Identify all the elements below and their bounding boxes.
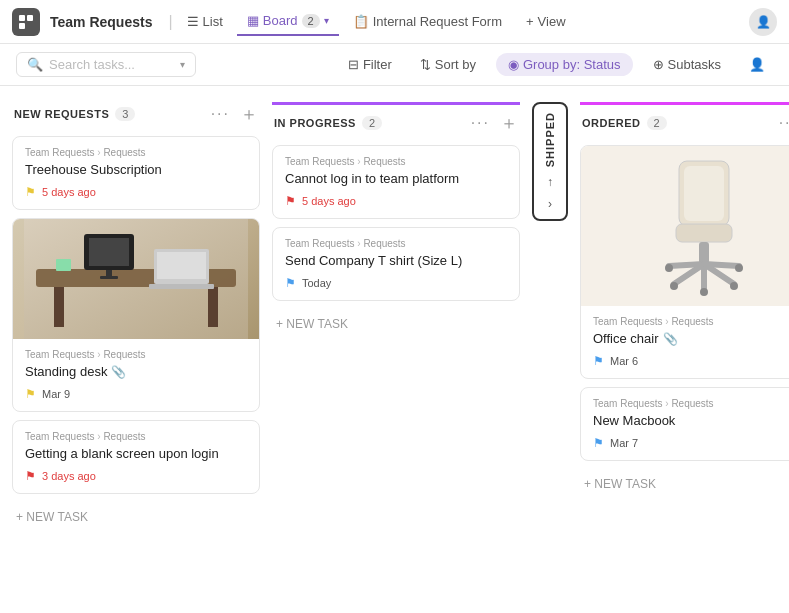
- col-count-ordered: 2: [647, 116, 667, 130]
- svg-rect-8: [89, 238, 129, 266]
- card-title-blank-screen: Getting a blank screen upon login: [25, 446, 247, 461]
- plus-icon: +: [526, 14, 534, 29]
- shipped-arrow-right[interactable]: ›: [548, 197, 552, 211]
- more-icon: 👤: [749, 57, 765, 72]
- card-breadcrumb: Team Requests › Requests: [25, 147, 247, 158]
- card-footer-blank-screen: ⚑ 3 days ago: [25, 469, 247, 483]
- svg-rect-13: [149, 284, 214, 289]
- board-dropdown[interactable]: ▾: [324, 15, 329, 26]
- column-ordered: ORDERED 2 ··· ＋: [580, 102, 789, 597]
- card-date-tshirt: Today: [302, 277, 331, 289]
- search-icon: 🔍: [27, 57, 43, 72]
- clip-icon: 📎: [111, 365, 126, 379]
- col-add-new-requests[interactable]: ＋: [240, 102, 258, 126]
- card-title-office-chair: Office chair 📎: [593, 331, 789, 346]
- column-header-ordered: ORDERED 2 ··· ＋: [580, 102, 789, 135]
- svg-rect-16: [684, 166, 724, 221]
- new-task-in-progress[interactable]: + NEW TASK: [272, 309, 520, 339]
- sort-button[interactable]: ⇅ Sort by: [412, 53, 484, 76]
- card-cannot-login[interactable]: Team Requests › Requests Cannot log in t…: [272, 145, 520, 219]
- shipped-column: SHIPPED ↑ ›: [532, 102, 568, 221]
- svg-rect-18: [699, 242, 709, 264]
- tab-list[interactable]: ☰ List: [177, 8, 233, 35]
- flag-icon: ⚑: [25, 387, 36, 401]
- svg-rect-12: [157, 252, 206, 279]
- new-task-ordered[interactable]: + NEW TASK: [580, 469, 789, 499]
- card-title-new-macbook: New Macbook: [593, 413, 789, 428]
- search-chevron[interactable]: ▾: [180, 59, 185, 70]
- search-box[interactable]: 🔍 Search tasks... ▾: [16, 52, 196, 77]
- flag-icon: ⚑: [593, 436, 604, 450]
- card-title-tshirt: Send Company T shirt (Size L): [285, 253, 507, 268]
- svg-rect-5: [54, 287, 64, 327]
- svg-point-24: [670, 282, 678, 290]
- clip-icon: 📎: [663, 332, 678, 346]
- svg-line-22: [669, 264, 704, 266]
- svg-rect-14: [56, 259, 71, 271]
- group-icon: ◉: [508, 57, 519, 72]
- card-office-chair[interactable]: Team Requests › Requests Office chair 📎 …: [580, 145, 789, 379]
- svg-line-23: [704, 264, 739, 266]
- card-footer-standing-desk: ⚑ Mar 9: [25, 387, 247, 401]
- svg-point-26: [700, 288, 708, 296]
- card-breadcrumb: Team Requests › Requests: [593, 398, 789, 409]
- group-button[interactable]: ◉ Group by: Status: [496, 53, 633, 76]
- subtasks-icon: ⊕: [653, 57, 664, 72]
- col-options-in-progress[interactable]: ···: [471, 114, 490, 132]
- app-logo: [12, 8, 40, 36]
- filter-button[interactable]: ⊟ Filter: [340, 53, 400, 76]
- more-button[interactable]: 👤: [741, 53, 773, 76]
- column-header-in-progress: IN PROGRESS 2 ··· ＋: [272, 102, 520, 135]
- card-date-standing-desk: Mar 9: [42, 388, 70, 400]
- flag-icon: ⚑: [593, 354, 604, 368]
- subtasks-button[interactable]: ⊕ Subtasks: [645, 53, 729, 76]
- card-date-treehouse: 5 days ago: [42, 186, 96, 198]
- sort-icon: ⇅: [420, 57, 431, 72]
- card-tshirt[interactable]: Team Requests › Requests Send Company T …: [272, 227, 520, 301]
- board-icon: ▦: [247, 13, 259, 28]
- flag-icon: ⚑: [25, 185, 36, 199]
- card-treehouse[interactable]: Team Requests › Requests Treehouse Subsc…: [12, 136, 260, 210]
- card-image-desk: [13, 219, 259, 339]
- user-avatar[interactable]: 👤: [749, 8, 777, 36]
- svg-point-25: [730, 282, 738, 290]
- card-standing-desk[interactable]: Team Requests › Requests Standing desk 📎…: [12, 218, 260, 412]
- tab-view[interactable]: + View: [516, 8, 576, 35]
- card-footer-treehouse: ⚑ 5 days ago: [25, 185, 247, 199]
- tab-board[interactable]: ▦ Board 2 ▾: [237, 7, 339, 36]
- svg-point-27: [665, 264, 673, 272]
- svg-rect-0: [19, 15, 25, 21]
- card-footer-new-macbook: ⚑ Mar 7: [593, 436, 789, 450]
- new-task-new-requests[interactable]: + NEW TASK: [12, 502, 260, 532]
- toolbar: 🔍 Search tasks... ▾ ⊟ Filter ⇅ Sort by ◉…: [0, 44, 789, 86]
- card-image-chair: [581, 146, 789, 306]
- card-breadcrumb: Team Requests › Requests: [593, 316, 789, 327]
- svg-rect-17: [676, 224, 732, 242]
- card-date-blank-screen: 3 days ago: [42, 470, 96, 482]
- col-title-ordered: ORDERED: [582, 117, 641, 129]
- card-blank-screen[interactable]: Team Requests › Requests Getting a blank…: [12, 420, 260, 494]
- card-title-cannot-login: Cannot log in to team platform: [285, 171, 507, 186]
- column-header-new-requests: NEW REQUESTS 3 ··· ＋: [12, 102, 260, 126]
- col-title-new-requests: NEW REQUESTS: [14, 108, 109, 120]
- flag-icon: ⚑: [285, 194, 296, 208]
- search-placeholder: Search tasks...: [49, 57, 135, 72]
- col-add-in-progress[interactable]: ＋: [500, 111, 518, 135]
- col-count-new-requests: 3: [115, 107, 135, 121]
- shipped-arrow-up[interactable]: ↑: [547, 175, 553, 189]
- card-footer-tshirt: ⚑ Today: [285, 276, 507, 290]
- card-breadcrumb: Team Requests › Requests: [25, 431, 247, 442]
- col-options-ordered[interactable]: ···: [779, 114, 789, 132]
- tab-form[interactable]: 📋 Internal Request Form: [343, 8, 512, 35]
- card-title-standing-desk: Standing desk 📎: [25, 364, 247, 379]
- col-options-new-requests[interactable]: ···: [211, 105, 230, 123]
- card-date-new-macbook: Mar 7: [610, 437, 638, 449]
- card-new-macbook[interactable]: Team Requests › Requests New Macbook ⚑ M…: [580, 387, 789, 461]
- board-badge: 2: [302, 14, 320, 28]
- column-in-progress: IN PROGRESS 2 ··· ＋ Team Requests › Requ…: [272, 102, 520, 597]
- card-footer-cannot-login: ⚑ 5 days ago: [285, 194, 507, 208]
- card-breadcrumb: Team Requests › Requests: [25, 349, 247, 360]
- card-title-treehouse: Treehouse Subscription: [25, 162, 247, 177]
- card-breadcrumb: Team Requests › Requests: [285, 156, 507, 167]
- board-area: NEW REQUESTS 3 ··· ＋ Team Requests › Req…: [0, 86, 789, 613]
